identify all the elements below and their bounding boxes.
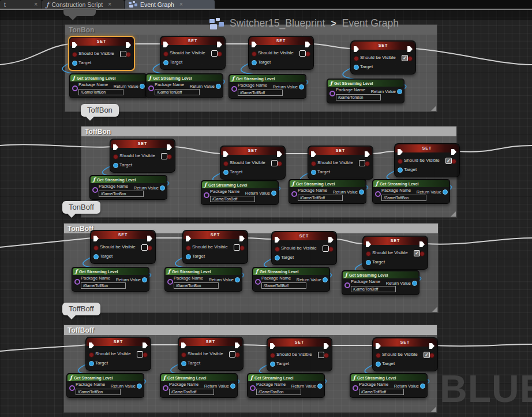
return-value-pin[interactable] xyxy=(420,384,425,389)
visible-out-pin[interactable] xyxy=(235,352,240,358)
target-pin[interactable] xyxy=(398,167,403,173)
package-name-pin[interactable] xyxy=(167,279,173,285)
package-name-pin[interactable] xyxy=(74,279,80,285)
return-value-pin[interactable] xyxy=(142,277,147,282)
set-node[interactable]: SETShould be VisibleTarget xyxy=(308,146,373,180)
return-value-pin[interactable] xyxy=(317,384,323,389)
get-streaming-level-node[interactable]: ƒGet Streaming LevelPackage Name/Game/To… xyxy=(372,179,450,204)
target-pin[interactable] xyxy=(181,361,186,366)
get-streaming-level-node[interactable]: ƒGet Streaming LevelPackage Name/Game/To… xyxy=(160,373,238,398)
package-name-pin[interactable] xyxy=(250,385,256,391)
visible-pin[interactable] xyxy=(89,352,94,358)
tab-construction-script[interactable]: ƒ Construction Script × xyxy=(42,0,125,9)
target-pin[interactable] xyxy=(275,255,280,260)
visible-pin[interactable] xyxy=(275,247,280,252)
set-node[interactable]: SETShould be VisibleTarget xyxy=(178,337,243,371)
visible-checkbox[interactable] xyxy=(161,153,167,159)
return-value-pin[interactable] xyxy=(323,277,328,282)
set-node[interactable]: SETShould be VisibleTarget xyxy=(220,146,286,180)
visible-checkbox[interactable]: ✓ xyxy=(414,250,420,256)
package-name-pin[interactable] xyxy=(344,282,350,288)
package-name-field[interactable]: /Game/TonBon xyxy=(336,94,381,100)
package-name-pin[interactable] xyxy=(92,187,98,193)
visible-pin[interactable] xyxy=(311,161,316,166)
package-name-field[interactable]: /Game/ToffBon xyxy=(381,195,426,201)
get-streaming-level-node[interactable]: ƒGet Streaming LevelPackage Name/Game/To… xyxy=(72,267,149,292)
visible-pin[interactable] xyxy=(376,353,381,358)
visible-checkbox[interactable] xyxy=(141,244,148,251)
get-streaming-level-node[interactable]: ƒGet Streaming LevelPackage Name/Game/To… xyxy=(252,267,330,292)
target-pin[interactable] xyxy=(113,163,118,168)
visible-pin[interactable] xyxy=(181,352,186,358)
visible-checkbox[interactable] xyxy=(359,160,365,166)
visible-out-pin[interactable] xyxy=(365,161,370,166)
visible-out-pin[interactable] xyxy=(217,51,222,57)
return-value-pin[interactable] xyxy=(140,84,145,89)
package-name-field[interactable]: /Game/ToffBon xyxy=(81,282,126,289)
target-pin[interactable] xyxy=(366,260,371,265)
visible-checkbox[interactable] xyxy=(234,244,240,251)
return-value-pin[interactable] xyxy=(160,185,165,191)
visible-out-pin[interactable] xyxy=(429,353,434,358)
set-node[interactable]: SETShould be VisibleTarget xyxy=(160,36,226,70)
set-node[interactable]: SETShould be VisibleTarget xyxy=(85,337,151,371)
close-icon[interactable]: × xyxy=(108,1,111,8)
set-node[interactable]: SETShould be VisibleTarget xyxy=(182,230,248,264)
get-streaming-level-node[interactable]: ƒGet Streaming LevelPackage Name/Game/To… xyxy=(145,73,223,98)
package-name-field[interactable]: /Game/TonBoff xyxy=(210,196,255,202)
set-node[interactable]: SETShould be VisibleTarget xyxy=(271,231,337,265)
visible-checkbox[interactable]: ✓ xyxy=(445,158,452,164)
target-pin[interactable] xyxy=(270,362,275,367)
package-name-pin[interactable] xyxy=(72,85,78,91)
visible-pin[interactable] xyxy=(113,154,118,159)
visible-out-pin[interactable] xyxy=(407,56,413,61)
get-streaming-level-node[interactable]: ƒGet Streaming LevelPackage Name/Game/To… xyxy=(66,373,144,398)
return-value-pin[interactable] xyxy=(397,89,402,94)
get-streaming-level-node[interactable]: ƒGet Streaming LevelPackage Name/Game/To… xyxy=(164,267,242,292)
visible-out-pin[interactable] xyxy=(277,161,282,166)
return-value-pin[interactable] xyxy=(443,189,448,195)
tab-event-graph[interactable]: Event Graph × xyxy=(125,0,215,9)
visible-out-pin[interactable] xyxy=(239,245,245,251)
package-name-field[interactable]: /Game/TonBon xyxy=(174,282,219,289)
return-value-pin[interactable] xyxy=(230,384,235,389)
package-name-field[interactable]: /Game/TonBoff xyxy=(155,89,200,95)
close-icon[interactable]: × xyxy=(34,1,38,8)
set-node[interactable]: SETShould be Visible✓Target xyxy=(394,143,460,177)
package-name-field[interactable]: /Game/TonBon xyxy=(99,191,144,197)
set-node[interactable]: SETShould be VisibleTarget xyxy=(110,139,175,173)
visible-checkbox[interactable] xyxy=(137,351,143,358)
package-name-pin[interactable] xyxy=(255,279,261,285)
package-name-pin[interactable] xyxy=(329,91,335,96)
visible-checkbox[interactable] xyxy=(299,50,306,57)
package-name-pin[interactable] xyxy=(204,192,209,198)
return-value-pin[interactable] xyxy=(359,189,364,195)
set-node[interactable]: SETShould be Visible✓Target xyxy=(350,40,416,75)
target-pin[interactable] xyxy=(223,170,228,175)
visible-pin[interactable] xyxy=(186,245,191,251)
tab-partial[interactable]: t × xyxy=(0,0,42,9)
graph-canvas[interactable]: BLUEP TonBonToffBonTonBoffToffBoff SETSh… xyxy=(0,10,532,417)
package-name-pin[interactable] xyxy=(353,385,358,391)
get-streaming-level-node[interactable]: ƒGet Streaming LevelPackage Name/Game/To… xyxy=(247,373,325,398)
return-value-pin[interactable] xyxy=(299,84,304,90)
package-name-pin[interactable] xyxy=(291,191,297,197)
package-name-pin[interactable] xyxy=(163,385,168,391)
visible-checkbox[interactable] xyxy=(318,352,324,358)
get-streaming-level-node[interactable]: ƒGet Streaming LevelPackage Name/Game/To… xyxy=(327,79,404,103)
package-name-field[interactable]: /Game/TonBoff xyxy=(169,389,214,395)
visible-pin[interactable] xyxy=(223,161,228,166)
visible-checkbox[interactable] xyxy=(211,50,218,57)
package-name-field[interactable]: /Game/ToffBoff xyxy=(238,90,283,96)
package-name-pin[interactable] xyxy=(69,385,75,391)
set-node[interactable]: SETShould be Visible✓Target xyxy=(362,236,428,270)
return-value-pin[interactable] xyxy=(271,191,276,196)
visible-out-pin[interactable] xyxy=(324,353,329,358)
visible-checkbox[interactable]: ✓ xyxy=(424,352,430,358)
target-pin[interactable] xyxy=(354,65,359,70)
target-pin[interactable] xyxy=(72,61,77,66)
get-streaming-level-node[interactable]: ƒGet Streaming LevelPackage Name/Game/To… xyxy=(289,179,366,204)
visible-pin[interactable] xyxy=(72,52,77,57)
visible-out-pin[interactable] xyxy=(451,159,456,164)
target-pin[interactable] xyxy=(163,60,168,65)
